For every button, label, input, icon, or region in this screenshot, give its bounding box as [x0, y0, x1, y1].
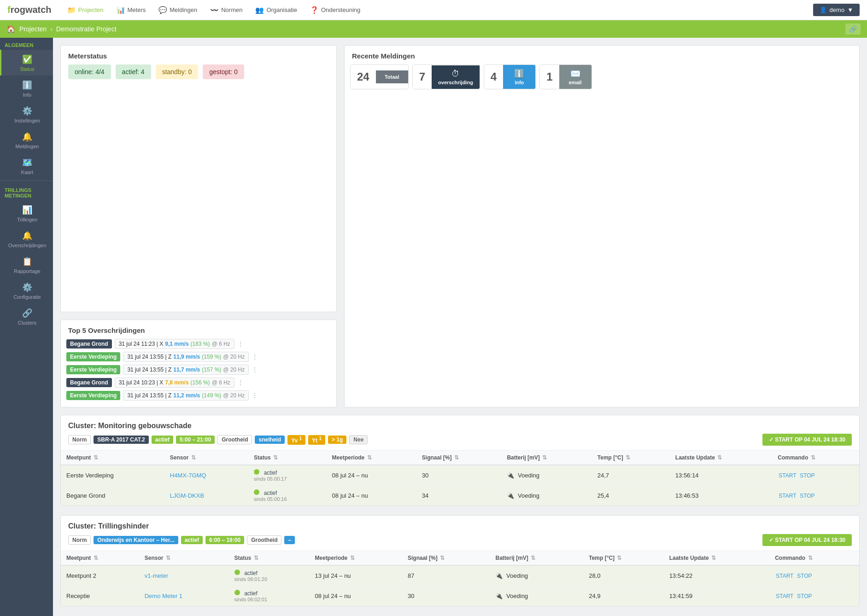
sensor-link[interactable]: v1-meter	[145, 572, 168, 579]
cluster-1-start-button[interactable]: ✓ START OP 04 JUL 24 18:30	[762, 434, 852, 446]
sidebar-item-trillingen[interactable]: 📊 Trillingen	[0, 200, 53, 226]
meld-group-email: 1 ✉️ email	[539, 64, 592, 89]
meld-label-overschrijding: ⏱ overschrijding	[432, 65, 480, 89]
sidebar-item-rapportage[interactable]: 📋 Rapportage	[0, 252, 53, 278]
sort-icon[interactable]: ⇅	[166, 555, 170, 561]
nav-ondersteuning[interactable]: ❓ Ondersteuning	[305, 0, 365, 20]
email-icon: ✉️	[570, 69, 580, 79]
stop-cmd-button[interactable]: STOP	[796, 593, 813, 599]
ctag-snelheid-2: –	[284, 536, 295, 544]
nav-projecten[interactable]: 📁 Projecten	[63, 0, 108, 20]
ovs-more-0[interactable]: ⋮	[237, 340, 244, 348]
sidebar-item-instellingen[interactable]: ⚙️ Instellingen	[0, 101, 53, 127]
meter-status-title: Meterstatus	[61, 46, 336, 64]
start-cmd-button[interactable]: START	[778, 493, 797, 499]
battery-icon: 🔌	[507, 472, 514, 479]
start-cmd-button[interactable]: START	[775, 573, 794, 579]
td-temp: 28,0	[583, 565, 663, 586]
td-signaal: 30	[402, 586, 490, 606]
sort-icon[interactable]: ⇅	[626, 454, 630, 461]
status-text: actief	[264, 470, 277, 476]
location-tag-4: Eerste Verdieping	[66, 391, 120, 400]
status-dot	[254, 489, 259, 495]
nav-normen[interactable]: 〰️ Normen	[205, 0, 247, 20]
th-signaal-2: Signaal [%] ⇅	[402, 551, 490, 565]
sidebar-item-info[interactable]: ℹ️ Info	[0, 76, 53, 101]
sort-icon[interactable]: ⇅	[717, 454, 722, 461]
sort-icon[interactable]: ⇅	[273, 454, 278, 461]
sort-icon[interactable]: ⇅	[254, 555, 258, 561]
th-temp-2: Temp [°C] ⇅	[583, 551, 663, 565]
sort-icon[interactable]: ⇅	[531, 555, 535, 561]
sensor-link[interactable]: LJGM-DKXB	[170, 492, 204, 499]
sidebar-item-meldingen[interactable]: 🔔 Meldingen	[0, 127, 53, 153]
td-commando: START STOP	[772, 465, 859, 486]
ctag-yv-1: Yv 1	[287, 435, 305, 445]
meld-group-overschrijding: 7 ⏱ overschrijding	[412, 64, 480, 89]
sort-icon[interactable]: ⇅	[811, 454, 815, 461]
sort-icon[interactable]: ⇅	[191, 454, 196, 461]
sensor-link[interactable]: H4MX-7GMQ	[170, 472, 206, 479]
status-since: sinds 05:00:16	[254, 496, 321, 502]
ctag-actief-label-1: actief	[152, 436, 173, 444]
config-icon: ⚙️	[22, 282, 32, 292]
td-meetpunt: Begane Grond	[61, 486, 164, 506]
ctag-snelheid-1: snelheid	[255, 436, 285, 444]
status-dot	[234, 590, 240, 595]
share-button[interactable]: 🔗	[845, 23, 861, 35]
ovs-more-3[interactable]: ⋮	[237, 379, 244, 386]
ovs-detail-2: 31 jul 24 13:55 | Z 11,7 mm/s (157 %) @ …	[123, 365, 249, 375]
home-icon[interactable]: 🏠	[6, 25, 16, 34]
breadcrumb-bar: 🏠 Projecten › Demonstratie Project 🔗	[0, 20, 867, 38]
battery-icon: 🔌	[495, 593, 503, 599]
chevron-down-icon: ▼	[847, 6, 853, 13]
ovs-more-1[interactable]: ⋮	[252, 353, 258, 360]
cluster-1-title: Cluster: Monitoring gebouwschade	[68, 422, 852, 430]
sort-icon[interactable]: ⇅	[454, 454, 459, 461]
sidebar-item-overschrijdingen[interactable]: 🔔 Overschrijdingen	[0, 226, 53, 252]
sort-icon[interactable]: ⇅	[350, 555, 355, 561]
table-row: Eerste Verdieping H4MX-7GMQ actief sinds…	[61, 465, 859, 486]
bell-icon: 🔔	[22, 132, 32, 142]
td-batterij: 🔌 Voeding	[501, 465, 592, 486]
nav-meldingen[interactable]: 💬 Meldingen	[154, 0, 202, 20]
ctag-time-1: 5:00 – 21:00	[176, 436, 215, 444]
sort-icon[interactable]: ⇅	[94, 454, 98, 461]
ovs-detail-3: 31 jul 24 10:23 | X 7,8 mm/s (156 %) @ 6…	[115, 378, 234, 388]
sidebar-item-kaart[interactable]: 🗺️ Kaart	[0, 153, 53, 179]
sidebar-item-clusters[interactable]: 🔗 Clusters	[0, 303, 53, 329]
start-cmd-button[interactable]: START	[775, 593, 794, 599]
stop-cmd-button[interactable]: STOP	[799, 493, 815, 499]
stop-cmd-button[interactable]: STOP	[799, 472, 815, 479]
nav-organisatie[interactable]: 👥 Organisatie	[251, 0, 301, 20]
ovs-more-2[interactable]: ⋮	[252, 366, 258, 373]
sidebar-item-configuratie[interactable]: ⚙️ Configuratie	[0, 278, 53, 303]
sort-icon[interactable]: ⇅	[711, 555, 716, 561]
battery-icon: 🔌	[507, 492, 514, 499]
start-cmd-button[interactable]: START	[778, 472, 797, 479]
td-meetperiode: 08 jul 24 – nu	[327, 465, 416, 486]
nav-meters[interactable]: 📊 Meters	[112, 0, 151, 20]
user-button[interactable]: 👤 demo ▼	[813, 4, 860, 16]
table-row: Begane Grond LJGM-DKXB actief sinds 05:0…	[61, 486, 859, 506]
sort-icon[interactable]: ⇅	[94, 555, 98, 561]
report-icon: 📋	[22, 256, 32, 267]
sort-icon[interactable]: ⇅	[367, 454, 372, 461]
stop-cmd-button[interactable]: STOP	[796, 573, 813, 579]
status-text: actief	[244, 590, 258, 597]
sort-icon[interactable]: ⇅	[542, 454, 547, 461]
breadcrumb-root[interactable]: Projecten	[19, 25, 47, 33]
sidebar-item-status[interactable]: ✅ Status	[0, 50, 53, 76]
status-text: actief	[244, 570, 258, 576]
map-icon: 🗺️	[22, 157, 32, 168]
sensor-link[interactable]: Demo Meter 1	[145, 593, 182, 599]
cluster-2-start-button[interactable]: ✓ START OP 04 JUL 24 18:30	[762, 534, 852, 546]
sort-icon[interactable]: ⇅	[617, 555, 621, 561]
breadcrumb-current: Demonstratie Project	[56, 25, 117, 33]
status-dot	[254, 469, 259, 475]
ovs-more-4[interactable]: ⋮	[252, 392, 258, 399]
th-update-2: Laatste Update ⇅	[664, 551, 770, 565]
overschrijding-list: Begane Grond 31 jul 24 11:23 | X 9,1 mm/…	[61, 339, 336, 407]
sort-icon[interactable]: ⇅	[808, 555, 813, 561]
sort-icon[interactable]: ⇅	[440, 555, 445, 561]
